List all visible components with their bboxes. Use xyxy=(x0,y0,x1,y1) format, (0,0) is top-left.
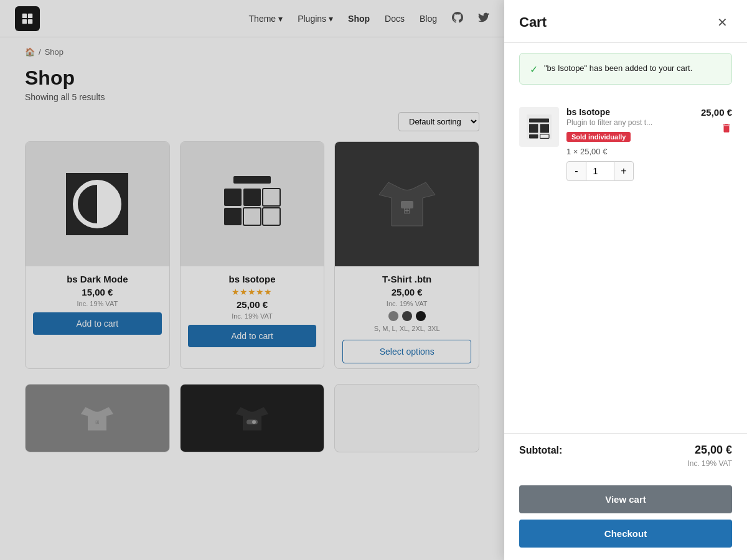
shop-title-area: Shop Showing all 5 results xyxy=(0,62,504,112)
trash-icon xyxy=(721,123,732,134)
svg-rect-22 xyxy=(529,124,538,133)
quantity-controls: - + xyxy=(566,161,693,181)
site-logo[interactable] xyxy=(15,6,40,31)
select-options-button-tshirt-btn[interactable]: Select options xyxy=(342,340,471,363)
cart-items-list: bs Isotope Plugin to filter any post t..… xyxy=(504,95,747,433)
quantity-input[interactable] xyxy=(586,161,614,181)
github-icon[interactable] xyxy=(452,12,463,26)
nav-plugins[interactable]: Plugins ▾ xyxy=(298,14,333,24)
cart-header: Cart ✕ xyxy=(504,0,747,43)
svg-rect-8 xyxy=(224,189,242,206)
svg-text:⊞: ⊞ xyxy=(95,419,100,425)
subtotal-row: Subtotal: 25,00 € xyxy=(519,444,732,457)
site-header: Theme ▾ Plugins ▾ Shop Docs Blog xyxy=(0,0,504,37)
product-sizes: S, M, L, XL, 2XL, 3XL xyxy=(342,325,471,332)
product-stars: ★★★★★ xyxy=(188,287,317,297)
breadcrumb: 🏠 / Shop xyxy=(0,37,504,62)
product-image-tshirt-btn: ⊞ xyxy=(335,142,479,266)
svg-rect-7 xyxy=(233,176,271,184)
product-card-partial-1[interactable]: ⊞ xyxy=(25,384,170,452)
product-price: 25,00 € xyxy=(188,299,317,310)
tshirt-black-image xyxy=(233,400,271,437)
product-card-partial-3 xyxy=(334,384,479,452)
product-card-partial-2[interactable] xyxy=(180,384,325,452)
svg-rect-9 xyxy=(243,189,261,206)
twitter-icon[interactable] xyxy=(478,12,489,26)
product-price: 25,00 € xyxy=(342,287,471,297)
product-card-tshirt-btn[interactable]: ⊞ T-Shirt .btn 25,00 € Inc. 19% VAT S, M… xyxy=(334,141,479,369)
add-to-cart-button-isotope[interactable]: Add to cart xyxy=(188,325,317,347)
breadcrumb-current: Shop xyxy=(45,47,63,57)
sort-select[interactable]: Default sorting xyxy=(398,112,479,131)
shop-area: Theme ▾ Plugins ▾ Shop Docs Blog 🏠 / Sho… xyxy=(0,0,504,560)
isotope-product-image xyxy=(215,167,289,241)
swatch-gray[interactable] xyxy=(388,311,398,321)
add-to-cart-button-dark-mode[interactable]: Add to cart xyxy=(33,312,162,335)
breadcrumb-separator: / xyxy=(39,47,41,57)
svg-rect-0 xyxy=(22,13,27,17)
product-price: 15,00 € xyxy=(33,287,162,297)
cart-item-body: bs Isotope Plugin to filter any post t..… xyxy=(566,107,693,181)
svg-rect-3 xyxy=(28,19,32,23)
product-grid-row2: ⊞ xyxy=(0,384,504,452)
quantity-decrease-button[interactable]: - xyxy=(566,161,586,181)
product-image-dark-mode xyxy=(26,142,169,266)
nav-blog[interactable]: Blog xyxy=(420,14,437,24)
product-vat: Inc. 19% VAT xyxy=(188,312,317,320)
nav-theme[interactable]: Theme ▾ xyxy=(249,14,283,24)
cart-item-name: bs Isotope xyxy=(566,107,693,117)
subtotal-vat: Inc. 19% VAT xyxy=(519,459,732,468)
cart-item-thumbnail xyxy=(519,107,559,147)
nav-docs[interactable]: Docs xyxy=(385,14,405,24)
svg-rect-23 xyxy=(540,124,549,133)
swatch-black[interactable] xyxy=(416,311,426,321)
svg-rect-11 xyxy=(224,208,242,225)
product-card-isotope[interactable]: bs Isotope ★★★★★ 25,00 € Inc. 19% VAT Ad… xyxy=(180,141,325,369)
chevron-down-icon: ▾ xyxy=(329,14,333,24)
product-card-dark-mode[interactable]: bs Dark Mode 15,00 € Inc. 19% VAT Add to… xyxy=(25,141,170,369)
chevron-down-icon: ▾ xyxy=(278,14,283,24)
product-info-dark-mode: bs Dark Mode 15,00 € Inc. 19% VAT Add to… xyxy=(26,266,169,340)
cart-item-delete-button[interactable] xyxy=(721,123,732,137)
cart-panel: Cart ✕ ✓ "bs Isotope" has been added to … xyxy=(504,0,747,560)
cart-item-subtotal: 1 × 25,00 € xyxy=(566,147,693,156)
cart-item-description: Plugin to filter any post t... xyxy=(566,118,693,127)
logo-icon xyxy=(21,12,34,26)
sold-individually-badge: Sold individually xyxy=(566,132,631,142)
cart-item: bs Isotope Plugin to filter any post t..… xyxy=(519,100,732,189)
cart-actions: View cart Checkout xyxy=(504,478,747,560)
product-name: bs Dark Mode xyxy=(33,274,162,284)
product-image-partial-gray: ⊞ xyxy=(26,385,169,452)
svg-rect-24 xyxy=(529,134,538,138)
quantity-increase-button[interactable]: + xyxy=(614,161,634,181)
svg-rect-21 xyxy=(529,118,549,122)
product-vat: Inc. 19% VAT xyxy=(342,300,471,307)
cart-title: Cart xyxy=(519,14,547,30)
cart-subtotal: Subtotal: 25,00 € Inc. 19% VAT xyxy=(504,433,747,478)
page-title: Shop xyxy=(25,67,479,90)
subtotal-label: Subtotal: xyxy=(519,445,562,456)
svg-text:⊞: ⊞ xyxy=(403,205,411,215)
checkout-button[interactable]: Checkout xyxy=(519,520,732,548)
product-name: T-Shirt .btn xyxy=(342,274,471,284)
product-image-isotope xyxy=(181,142,324,266)
swatch-dark[interactable] xyxy=(402,311,412,321)
svg-rect-2 xyxy=(22,19,27,23)
nav-shop[interactable]: Shop xyxy=(348,14,370,24)
cart-item-image xyxy=(527,114,552,139)
view-cart-button[interactable]: View cart xyxy=(519,485,732,513)
breadcrumb-home[interactable]: 🏠 xyxy=(25,47,35,57)
results-count: Showing all 5 results xyxy=(25,92,479,102)
sort-bar: Default sorting xyxy=(0,112,504,141)
cart-item-right: 25,00 € xyxy=(701,107,732,181)
cart-notice: ✓ "bs Isotope" has been added to your ca… xyxy=(519,53,732,85)
product-info-isotope: bs Isotope ★★★★★ 25,00 € Inc. 19% VAT Ad… xyxy=(181,266,324,352)
product-info-tshirt-btn: T-Shirt .btn 25,00 € Inc. 19% VAT S, M, … xyxy=(335,266,479,368)
svg-point-19 xyxy=(252,420,256,424)
cart-item-price: 25,00 € xyxy=(701,107,732,118)
main-nav: Theme ▾ Plugins ▾ Shop Docs Blog xyxy=(249,12,489,26)
cart-close-button[interactable]: ✕ xyxy=(712,12,732,32)
product-image-partial-black xyxy=(181,385,324,452)
product-vat: Inc. 19% VAT xyxy=(33,300,162,307)
dark-mode-product-image xyxy=(60,167,134,241)
